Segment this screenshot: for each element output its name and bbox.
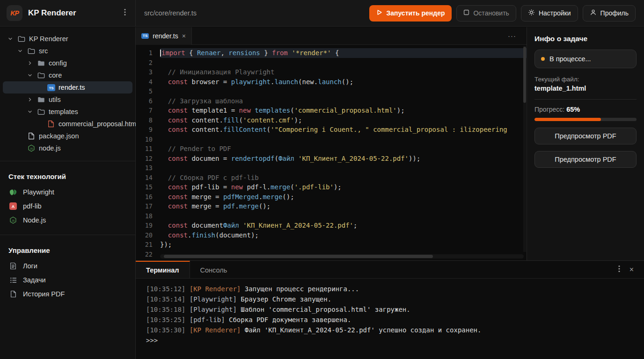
stop-button[interactable]: Остановить [456, 5, 516, 22]
line-number: 8 [136, 116, 160, 124]
json-file-icon [27, 132, 36, 140]
tree-item[interactable]: src [3, 45, 132, 57]
code-line-content: // Загрузка шаблона [160, 96, 527, 106]
typescript-file-icon: TS [47, 84, 55, 91]
log-message: Запущен процесс рендеринга... [245, 285, 359, 293]
folder-filled-icon [37, 96, 45, 103]
tree-item[interactable]: core [3, 69, 132, 81]
code-line: 4 const browser = playwright.launch(new.… [136, 77, 527, 87]
sidebar-item-label: Логи [23, 262, 37, 270]
code-line: 10 [136, 135, 527, 144]
sidebar: KP RenderersrcconfigcoreTSrender.tsutils… [0, 27, 136, 359]
chevron-down-icon[interactable] [26, 109, 34, 114]
log-timestamp: [10:35:14] [146, 295, 190, 303]
folder-open-icon [17, 36, 26, 42]
code-line: 18 [136, 211, 527, 221]
task-panel-divider [534, 99, 637, 100]
code-line: 17 const merge = pdf.merge(); [136, 201, 527, 211]
tree-item[interactable]: utils [3, 93, 132, 106]
chevron-down-icon[interactable] [7, 36, 14, 41]
line-number: 4 [136, 78, 160, 86]
profile-button[interactable]: Профиль [583, 5, 636, 22]
vertical-scrollbar-thumb[interactable] [523, 47, 526, 103]
play-icon [376, 9, 382, 17]
tree-item[interactable]: commercial_proposal.html [3, 118, 132, 130]
code-line-content [160, 163, 527, 173]
tab-render-ts[interactable]: TS render.ts × [136, 27, 192, 45]
tab-overflow-button[interactable]: ··· [508, 32, 527, 40]
line-number: 9 [136, 126, 160, 133]
terminal-prompt[interactable]: >>> [146, 337, 644, 347]
terminal-header: ТерминалСонсоль × [136, 261, 644, 279]
code-line: 2 [136, 58, 527, 68]
code-line-content: const content.fill('content.cmf'); [160, 115, 527, 125]
playwright-icon [8, 189, 18, 196]
terminal-tab[interactable]: Терминал [136, 261, 190, 278]
vertical-scrollbar[interactable] [523, 46, 526, 252]
terminal-log-line: [10:35:18] [Playwright] Шаблон 'commerci… [146, 306, 644, 316]
toolbar-actions: Запустить рендер Остановить Настройки Пр… [369, 5, 644, 22]
svg-text:JS: JS [12, 219, 15, 222]
terminal-menu-button[interactable] [618, 265, 620, 274]
chevron-down-icon[interactable] [26, 73, 34, 78]
tree-item[interactable]: config [3, 57, 132, 69]
html-file-icon [47, 120, 55, 128]
chevron-right-icon[interactable] [26, 61, 34, 65]
sidebar-divider [0, 235, 135, 235]
line-number: 2 [136, 59, 160, 66]
tree-item-label: node.js [39, 144, 61, 152]
tree-item-label: package.json [39, 132, 79, 140]
app-menu-button[interactable] [120, 7, 130, 19]
tree-item-label: src [39, 47, 48, 55]
sidebar-item[interactable]: JSNode.js [8, 213, 127, 227]
horizontal-scrollbar[interactable] [160, 254, 524, 258]
pdf-preview-button[interactable]: Предпросмотр PDF [534, 128, 637, 144]
line-number: 12 [136, 155, 160, 162]
tab-label: render.ts [153, 32, 178, 40]
code-line: 8 const content.fill('content.cmf'); [136, 115, 527, 125]
code-line: 20 const.finish(document); [136, 230, 527, 240]
pdf-preview-button[interactable]: Предпросмотр PDF [534, 151, 637, 168]
sidebar-item[interactable]: Apdf-lib [8, 199, 127, 213]
line-number: 17 [136, 202, 160, 210]
sidebar-item[interactable]: Логи [8, 259, 127, 273]
sidebar-item[interactable]: История PDF [8, 287, 127, 301]
log-source: [Playwright] [190, 306, 241, 313]
run-render-button[interactable]: Запустить рендер [369, 5, 452, 22]
kebab-icon [124, 8, 126, 18]
tab-close-icon[interactable]: × [182, 32, 186, 40]
sidebar-item-label: Node.js [23, 216, 46, 224]
stop-label: Остановить [473, 9, 509, 17]
chevron-down-icon[interactable] [16, 49, 24, 53]
sidebar-item[interactable]: Задачи [8, 273, 127, 287]
nodejs-icon: JS [8, 216, 18, 224]
sidebar-item[interactable]: Playwright [8, 185, 127, 199]
code-line: 21}); [136, 240, 527, 250]
log-message: Файл 'КП_Клиент_А_2024-05-22.pdf' успешн… [245, 326, 482, 334]
code-line-content: const pdf-lib = new pdf-l.merge('.pdf-li… [160, 182, 527, 192]
code-line-content: }); [160, 240, 527, 250]
tree-item[interactable]: templates [3, 106, 132, 118]
tree-item[interactable]: package.json [3, 130, 132, 142]
tree-item[interactable]: KP Renderer [3, 33, 132, 45]
horizontal-scrollbar-thumb[interactable] [164, 255, 433, 258]
sidebar-section-title: Стек технологий [8, 172, 127, 180]
folder-open-icon [27, 48, 36, 54]
settings-button[interactable]: Настройки [521, 5, 578, 22]
line-number: 3 [136, 68, 160, 76]
current-file-label: Текущий файл: [534, 76, 637, 83]
tree-item[interactable]: JSnode.js [3, 142, 132, 154]
log-source: [pdf-lib] [190, 316, 229, 323]
code-line: 3 // Инициализация Playwright [136, 67, 527, 77]
log-source: [KP Renderer] [190, 285, 245, 293]
code-line-content: const.finish(document); [160, 230, 527, 240]
log-timestamp: [10:35:12] [146, 285, 190, 293]
code-line: 19 const documentФайл 'КП_Клиент_А_2024-… [136, 221, 527, 230]
chevron-right-icon[interactable] [26, 97, 34, 102]
terminal-tab[interactable]: Сонсоль [190, 261, 238, 278]
sidebar-item-label: pdf-lib [23, 202, 42, 210]
terminal-close-icon[interactable]: × [629, 266, 634, 274]
tree-item[interactable]: TSrender.ts [3, 81, 132, 93]
code-line-content: const template1 = new templates('commerc… [160, 106, 527, 115]
tree-item-label: config [49, 59, 67, 67]
